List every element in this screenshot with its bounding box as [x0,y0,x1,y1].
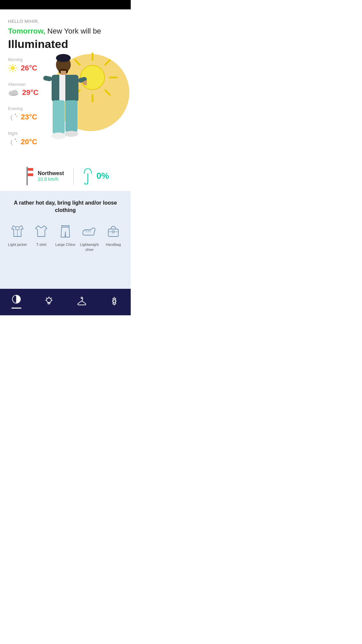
wind-speed-label: 10.8 km/h [38,176,64,182]
svg-rect-12 [61,71,66,75]
svg-rect-39 [28,168,33,171]
shoe-label: Lightweight shoe [79,242,100,252]
morning-label: Morning [8,57,39,62]
jacket-icon [9,222,26,239]
tomorrow-label: Tomorrow, [8,27,45,35]
rain-icon [83,168,93,184]
weather-row-morning: Morning 26°C [8,57,39,73]
tshirt-icon [33,222,50,239]
spacer [0,262,131,289]
nav-item-light[interactable] [44,296,54,306]
svg-rect-18 [53,100,65,134]
svg-point-33 [12,90,18,95]
half-circle-icon [11,294,21,304]
status-bar [0,0,131,9]
afternoon-label: Afternoon [8,82,39,87]
clothing-item-jacket[interactable]: Light jacket [7,222,27,247]
afternoon-temp: 29°C [22,88,39,97]
svg-rect-14 [59,75,65,102]
svg-line-6 [105,90,110,95]
svg-line-7 [105,60,110,65]
weather-illustration-area: Morning 26°C [8,47,123,161]
svg-rect-49 [108,229,118,236]
night-temp: 20°C [21,138,37,146]
svg-line-59 [46,298,47,299]
clothing-advice: A rather hot day, bring light and/or loo… [5,199,125,214]
svg-line-27 [10,65,11,66]
svg-point-21 [65,131,78,137]
gear-icon [109,296,119,306]
hanger-icon [77,296,87,306]
bag-icon [105,222,122,239]
bulb-icon [44,296,54,306]
chino-icon [57,222,74,239]
weather-row-afternoon: Afternoon 29°C [8,82,39,97]
svg-rect-38 [26,167,28,185]
cloud-icon [8,89,19,96]
svg-point-61 [81,297,82,299]
night-label: Night [8,131,39,136]
svg-point-35 [16,116,17,117]
wind-info: Northwest 10.8 km/h [22,167,64,185]
moon-night-icon [8,137,17,147]
wind-flag-icon [22,167,34,185]
svg-rect-40 [28,171,33,173]
svg-line-28 [15,70,16,71]
nav-item-settings[interactable] [109,296,119,306]
svg-point-53 [47,298,51,303]
greeting: HELLO MIHIR, [8,19,123,24]
svg-line-30 [10,70,11,71]
svg-line-60 [51,298,52,299]
tshirt-label: T-shirt [36,242,47,247]
svg-point-34 [15,114,16,115]
svg-point-20 [51,132,66,139]
svg-point-22 [11,66,15,70]
bottom-nav [0,289,131,315]
wind-direction-info: Northwest 10.8 km/h [38,170,64,182]
chino-label: Large Chino [55,242,75,247]
evening-temp: 23°C [21,113,37,121]
weather-row-night: Night 20°C [8,131,39,147]
clothing-item-bag[interactable]: Handbag [103,222,123,247]
clothing-item-chino[interactable]: Large Chino [55,222,75,247]
svg-point-10 [56,54,71,62]
rain-info: 0% [83,168,109,184]
wind-rain-section: Northwest 10.8 km/h 0% [0,161,131,191]
svg-rect-15 [43,75,52,81]
svg-line-29 [15,65,16,66]
weather-times-container: Morning 26°C [8,57,39,156]
character-illustration [33,51,87,151]
svg-rect-19 [65,100,77,132]
shoe-icon [81,222,98,239]
clothing-item-shoe[interactable]: Lightweight shoe [79,222,100,252]
clothing-items-container: Light jacket T-shirt Large Chino [5,222,125,252]
svg-point-62 [113,300,116,303]
sun-small-icon [8,63,17,73]
weather-row-evening: Evening 23°C [8,106,39,122]
city-text: New York will be [45,27,101,35]
bag-label: Handbag [106,242,121,247]
svg-point-37 [16,141,17,142]
rain-percent: 0% [97,171,109,181]
svg-rect-42 [28,176,33,179]
headline: Tomorrow, New York will be [8,26,123,36]
divider-vertical [73,168,74,184]
wind-direction-label: Northwest [38,170,64,176]
evening-label: Evening [8,106,39,111]
clothing-section: A rather hot day, bring light and/or loo… [0,191,131,262]
clothing-item-tshirt[interactable]: T-shirt [31,222,51,247]
jacket-label: Light jacket [8,242,27,247]
svg-rect-41 [28,173,33,176]
svg-point-36 [15,139,16,140]
morning-temp: 26°C [21,64,37,72]
nav-item-wardrobe[interactable] [77,296,87,306]
moon-evening-icon [8,112,17,122]
nav-item-theme[interactable] [11,294,21,309]
